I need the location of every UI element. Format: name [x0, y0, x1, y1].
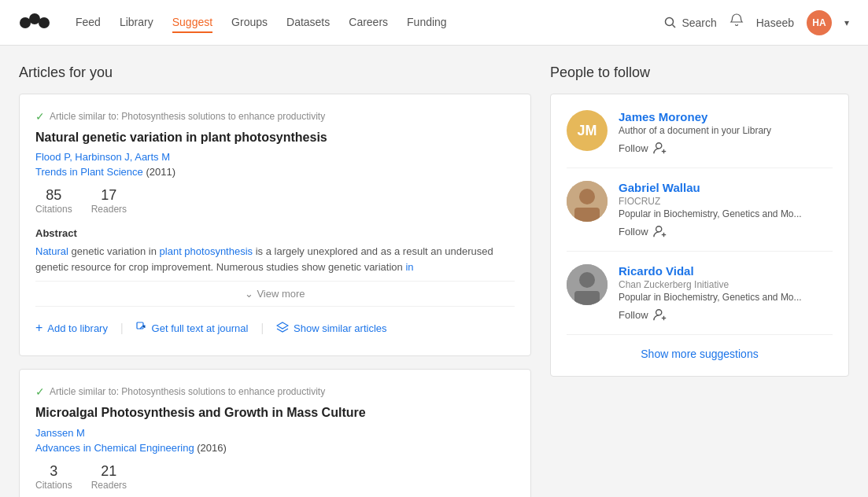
person-name-rv[interactable]: Ricardo Vidal	[619, 264, 833, 278]
avatar-jm: JM	[567, 110, 608, 151]
person-info-gw: Gabriel Wallau FIOCRUZ Popular in Bioche…	[619, 181, 833, 238]
person-item-rv: Ricardo Vidal Chan Zuckerberg Initiative…	[567, 252, 833, 335]
nav-groups[interactable]: Groups	[231, 13, 268, 33]
follow-icon-rv	[653, 307, 667, 322]
search-button[interactable]: Search	[664, 17, 716, 29]
svg-point-18	[656, 310, 661, 315]
notifications-bell[interactable]	[729, 13, 744, 31]
person-info-jm: James Moroney Author of a document in yo…	[619, 110, 833, 155]
get-full-text-button[interactable]: Get full text at journal	[127, 317, 258, 340]
search-label: Search	[681, 17, 716, 29]
user-menu-chevron[interactable]: ▾	[844, 17, 849, 28]
article-journal-2: Advances in Chemical Engineering (2016)	[35, 442, 515, 454]
person-item-gw: Gabriel Wallau FIOCRUZ Popular in Bioche…	[567, 168, 833, 252]
follow-button-gw[interactable]: Follow	[619, 224, 667, 238]
svg-point-10	[579, 189, 595, 204]
article-authors-2: Janssen M	[35, 427, 515, 439]
people-sidebar: People to follow JM James Moroney Author…	[550, 64, 849, 497]
person-desc-jm: Author of a document in your Library	[619, 125, 833, 136]
avatar-gw	[567, 181, 608, 222]
view-more-1[interactable]: ⌄ View more	[35, 281, 515, 306]
article-similar-tag-2: ✓ Article similar to: Photosynthesis sol…	[35, 385, 515, 398]
follow-icon-jm	[653, 141, 667, 155]
check-icon-2: ✓	[35, 385, 45, 398]
layers-icon	[276, 322, 289, 335]
citations-stat: 85 Citations	[35, 187, 72, 215]
article-similar-tag-1: ✓ Article similar to: Photosynthesis sol…	[35, 110, 515, 123]
follow-icon-gw	[653, 224, 667, 238]
article-stats-1: 85 Citations 17 Readers	[35, 187, 515, 215]
article-title-1: Natural genetic variation in plant photo…	[35, 129, 515, 146]
person-info-rv: Ricardo Vidal Chan Zuckerberg Initiative…	[619, 264, 833, 322]
nav-suggest[interactable]: Suggest	[172, 13, 212, 33]
svg-point-6	[656, 143, 661, 149]
svg-rect-11	[574, 208, 600, 222]
people-card: JM James Moroney Author of a document in…	[550, 94, 849, 377]
people-section-title: People to follow	[550, 64, 849, 81]
article-authors-1: Flood P, Harbinson J, Aarts M	[35, 151, 515, 163]
nav-careers[interactable]: Careers	[349, 13, 388, 33]
nav-feed[interactable]: Feed	[76, 13, 101, 33]
svg-rect-5	[137, 322, 143, 329]
logo[interactable]	[19, 12, 50, 34]
citations-stat-2: 3 Citations	[35, 463, 72, 491]
nav-funding[interactable]: Funding	[407, 13, 447, 33]
journal-link-1[interactable]: Trends in Plant Science	[35, 166, 143, 178]
person-org-rv: Chan Zuckerberg Initiative	[619, 279, 833, 290]
check-icon-1: ✓	[35, 110, 45, 123]
page-content: Articles for you ✓ Article similar to: P…	[0, 46, 868, 497]
readers-stat-2: 21 Readers	[91, 463, 127, 491]
article-actions-1: + Add to library | Get full text at jour…	[35, 306, 515, 340]
svg-rect-17	[574, 291, 600, 305]
person-name-gw[interactable]: Gabriel Wallau	[619, 181, 833, 194]
external-link-icon	[136, 322, 147, 335]
person-desc-gw: Popular in Biochemistry, Genetics and Mo…	[619, 208, 833, 219]
nav-library[interactable]: Library	[120, 13, 153, 33]
add-to-library-button[interactable]: + Add to library	[35, 316, 117, 340]
abstract-text-1: Natural genetic variation in plant photo…	[35, 244, 515, 274]
person-name-jm[interactable]: James Moroney	[619, 110, 833, 123]
svg-line-4	[673, 24, 676, 28]
show-more-suggestions-button[interactable]: Show more suggestions	[567, 335, 833, 360]
abstract-label-1: Abstract	[35, 227, 515, 239]
svg-point-2	[39, 17, 50, 28]
journal-link-2[interactable]: Advances in Chemical Engineering	[35, 442, 194, 454]
plus-icon: +	[35, 321, 42, 335]
articles-section: Articles for you ✓ Article similar to: P…	[19, 64, 531, 497]
nav-datasets[interactable]: Datasets	[286, 13, 330, 33]
person-item-jm: JM James Moroney Author of a document in…	[567, 110, 833, 168]
show-similar-button[interactable]: Show similar articles	[267, 317, 396, 340]
articles-section-title: Articles for you	[19, 64, 531, 81]
readers-stat: 17 Readers	[91, 187, 127, 215]
follow-button-jm[interactable]: Follow	[619, 141, 667, 155]
nav-links: Feed Library Suggest Groups Datasets Car…	[76, 13, 664, 33]
person-org-gw: FIOCRUZ	[619, 196, 833, 207]
svg-point-0	[20, 17, 31, 28]
svg-point-3	[666, 17, 674, 25]
avatar-rv	[567, 264, 608, 305]
follow-button-rv[interactable]: Follow	[619, 307, 667, 322]
article-card-1: ✓ Article similar to: Photosynthesis sol…	[19, 94, 531, 356]
svg-point-16	[579, 272, 595, 288]
svg-point-1	[29, 13, 40, 24]
article-title-2: Microalgal Photosynthesis and Growth in …	[35, 404, 515, 422]
search-icon	[664, 17, 677, 29]
article-journal-1: Trends in Plant Science (2011)	[35, 166, 515, 178]
article-card-2: ✓ Article similar to: Photosynthesis sol…	[19, 369, 531, 497]
svg-point-12	[656, 226, 661, 232]
person-desc-rv: Popular in Biochemistry, Genetics and Mo…	[619, 292, 833, 303]
user-avatar[interactable]: HA	[807, 10, 832, 35]
article-stats-2: 3 Citations 21 Readers	[35, 463, 515, 491]
nav-right: Search Haseeb HA ▾	[664, 10, 849, 35]
user-name: Haseeb	[756, 17, 794, 29]
